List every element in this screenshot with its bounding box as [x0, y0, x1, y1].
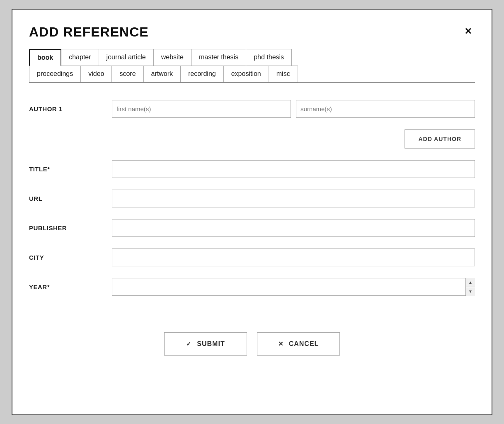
tabs-row-2: proceedings video score artwork recordin…	[29, 66, 475, 82]
tab-misc[interactable]: misc	[269, 66, 298, 82]
tab-chapter[interactable]: chapter	[61, 49, 99, 66]
author-label: AUTHOR 1	[29, 105, 112, 112]
submit-icon: ✓	[186, 340, 192, 348]
tab-exposition[interactable]: exposition	[223, 66, 269, 82]
year-decrement-button[interactable]: ▼	[466, 287, 475, 296]
author-inputs	[112, 100, 475, 118]
publisher-label: PUBLISHER	[29, 224, 112, 231]
year-label: YEAR*	[29, 283, 112, 290]
city-inputs	[112, 249, 475, 266]
city-row: CITY	[29, 249, 475, 266]
year-increment-button[interactable]: ▲	[466, 278, 475, 287]
publisher-inputs	[112, 219, 475, 237]
year-spinner: ▲ ▼	[465, 278, 475, 296]
dialog-title: ADD REFERENCE	[29, 24, 149, 40]
year-input-wrapper: ▲ ▼	[112, 278, 475, 296]
city-label: CITY	[29, 254, 112, 261]
footer: ✓ SUBMIT ✕ CANCEL	[29, 328, 475, 356]
dialog-header: ADD REFERENCE ✕	[29, 24, 475, 40]
tab-book[interactable]: book	[29, 49, 61, 66]
year-input[interactable]	[112, 278, 475, 296]
tab-journal-article[interactable]: journal article	[99, 49, 154, 66]
year-row: YEAR* ▲ ▼	[29, 278, 475, 296]
title-inputs	[112, 160, 475, 178]
tab-recording[interactable]: recording	[180, 66, 224, 82]
first-name-input[interactable]	[112, 100, 291, 118]
tab-proceedings[interactable]: proceedings	[29, 66, 81, 82]
url-row: URL	[29, 190, 475, 207]
url-label: URL	[29, 195, 112, 202]
url-input[interactable]	[112, 190, 475, 207]
cancel-icon: ✕	[278, 340, 284, 348]
submit-label: SUBMIT	[197, 340, 225, 348]
title-row: TITLE*	[29, 160, 475, 178]
tab-score[interactable]: score	[111, 66, 143, 82]
submit-button[interactable]: ✓ SUBMIT	[164, 332, 247, 356]
cancel-label: CANCEL	[289, 340, 319, 348]
tab-phd-thesis[interactable]: phd thesis	[246, 49, 292, 66]
tabs-container: book chapter journal article website mas…	[29, 49, 475, 83]
close-button[interactable]: ✕	[461, 24, 475, 39]
url-inputs	[112, 190, 475, 207]
tab-website[interactable]: website	[153, 49, 191, 66]
surname-input[interactable]	[296, 100, 475, 118]
publisher-input[interactable]	[112, 219, 475, 237]
tab-artwork[interactable]: artwork	[143, 66, 181, 82]
add-author-row: ADD AUTHOR	[29, 129, 475, 149]
cancel-button[interactable]: ✕ CANCEL	[257, 332, 340, 356]
city-input[interactable]	[112, 249, 475, 266]
author-row: AUTHOR 1	[29, 100, 475, 118]
tabs-row-1: book chapter journal article website mas…	[29, 49, 475, 66]
tab-master-thesis[interactable]: master thesis	[191, 49, 246, 66]
form-section: AUTHOR 1 ADD AUTHOR TITLE* URL PUB	[29, 96, 475, 312]
publisher-row: PUBLISHER	[29, 219, 475, 237]
add-reference-dialog: ADD REFERENCE ✕ book chapter journal art…	[12, 9, 492, 415]
add-author-button[interactable]: ADD AUTHOR	[405, 129, 475, 149]
title-input[interactable]	[112, 160, 475, 178]
title-label: TITLE*	[29, 166, 112, 173]
tab-video[interactable]: video	[80, 66, 112, 82]
year-inputs: ▲ ▼	[112, 278, 475, 296]
